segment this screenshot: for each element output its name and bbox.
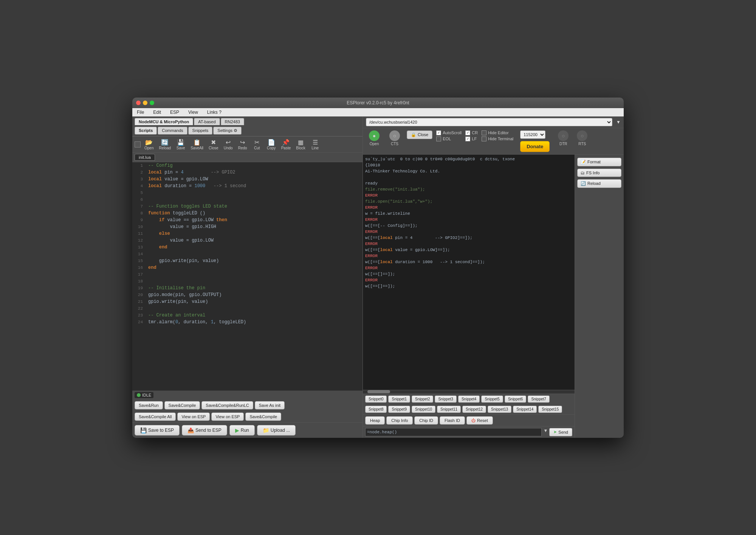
subtab-snippets[interactable]: Snippets (188, 127, 213, 135)
save-compile-runlc-btn[interactable]: Save&Compile&RunLC (201, 401, 253, 409)
snippet13-btn[interactable]: Snippet13 (488, 406, 511, 413)
snippet9-btn[interactable]: Snippet9 (388, 406, 410, 413)
toolbar-open[interactable]: 📂 Open (143, 138, 155, 151)
snippet2-btn[interactable]: Snippet2 (412, 395, 433, 403)
maximize-button[interactable] (150, 101, 154, 105)
toolbar-reload[interactable]: 🔄 Reload (157, 138, 172, 151)
subtab-settings[interactable]: Settings ⚙ (213, 127, 242, 135)
view-on-esp-btn2[interactable]: View on ESP (211, 412, 244, 421)
dtr-btn[interactable]: ○ DTR (555, 130, 572, 146)
snippet3-btn[interactable]: Snippet3 (435, 395, 456, 403)
donate-button[interactable]: Donate (520, 141, 550, 152)
open-port-btn[interactable]: ● Open (366, 130, 383, 146)
save-compile-btn2[interactable]: Save&Compile (245, 412, 281, 421)
command-input[interactable] (365, 428, 542, 436)
hide-editor-check[interactable] (482, 130, 486, 135)
toolbar-saveall[interactable]: 📋 SaveAll (189, 138, 205, 151)
minimize-button[interactable] (143, 101, 147, 105)
toolbar-checkbox[interactable] (135, 141, 141, 147)
terminal-area[interactable]: su`ty_|u`utc 0 to c|00 0 tr0#0 c00gu0dug… (363, 155, 575, 390)
term-line-17: w([==[local duration = 1000 --> 1 second… (365, 259, 572, 265)
cts-btn[interactable]: ○ CTS (386, 130, 403, 146)
view-on-esp-btn1[interactable]: View on ESP (177, 412, 210, 421)
reload-sidebar-btn[interactable]: 🔄 Reload (577, 179, 621, 188)
toolbar-block[interactable]: ▦ Block (294, 138, 307, 151)
eol-checkbox[interactable]: EOL (436, 136, 462, 141)
snippet14-btn[interactable]: Snippet14 (513, 406, 537, 413)
save-compile-all-btn[interactable]: Save&Compile All (135, 412, 176, 421)
save-to-esp-btn[interactable]: 💾 Save to ESP (135, 425, 180, 436)
tab-rn2483[interactable]: RN2483 (221, 118, 244, 125)
snippet10-btn[interactable]: Snippet10 (412, 406, 435, 413)
close-button[interactable] (136, 101, 141, 105)
save-run-btn[interactable]: Save&Run (135, 401, 163, 409)
snippet11-btn[interactable]: Snippet11 (437, 406, 461, 413)
snippet5-btn[interactable]: Snippet5 (481, 395, 503, 403)
port-select[interactable]: /dev/cu.wchusbserial1420 (366, 118, 612, 126)
toolbar-line[interactable]: ☰ Line (309, 138, 321, 151)
cr-checkbox[interactable]: ✓ CR (465, 130, 478, 135)
tab-at-based[interactable]: AT-based (194, 118, 220, 125)
send-button[interactable]: ➤ Send (549, 428, 572, 436)
autoscroll-checkbox[interactable]: ✓ AutoScroll (436, 130, 462, 135)
toolbar-close[interactable]: ✖ Close (207, 138, 220, 151)
code-editor[interactable]: 1 -- Config 2 local pin = 4 --> GPIO2 3 … (132, 162, 363, 391)
toolbar-save[interactable]: 💾 Save (175, 138, 187, 151)
code-line-18: 18 (132, 278, 363, 285)
snippet12-btn[interactable]: Snippet12 (462, 406, 486, 413)
menu-esp[interactable]: ESP (169, 109, 181, 116)
autoscroll-check[interactable]: ✓ (436, 130, 441, 135)
reset-btn[interactable]: ⏻ Reset (466, 416, 493, 425)
toolbar-redo[interactable]: ↪ Redo (237, 138, 249, 151)
snippet7-btn[interactable]: Snippet7 (528, 395, 549, 403)
snippet15-btn[interactable]: Snippet15 (538, 406, 562, 413)
snippet6-btn[interactable]: Snippet6 (505, 395, 526, 403)
horizontal-scrollbar[interactable] (363, 390, 575, 394)
saveall-icon: 📋 (193, 139, 201, 146)
baud-select[interactable]: 115200 (520, 130, 545, 139)
menu-links[interactable]: Links ? (206, 109, 223, 116)
idle-dot (137, 393, 141, 397)
save-as-init-btn[interactable]: Save As init (255, 401, 285, 409)
menu-file[interactable]: File (135, 109, 146, 116)
snippet8-btn[interactable]: Snippet8 (365, 406, 387, 413)
reload-icon: 🔄 (161, 139, 169, 146)
flash-id-btn[interactable]: Flash ID (440, 416, 465, 425)
fs-info-btn[interactable]: 🗂 FS Info (577, 169, 621, 177)
format-btn[interactable]: 📝 Format (577, 158, 621, 166)
hide-terminal-checkbox[interactable]: Hide Terminal (482, 136, 513, 141)
toolbar-undo[interactable]: ↩ Undo (222, 138, 234, 151)
subtab-scripts[interactable]: Scripts (135, 127, 157, 135)
subtab-commands[interactable]: Commands (158, 127, 187, 135)
hide-terminal-check[interactable] (482, 136, 486, 141)
toolbar-paste[interactable]: 📌 Paste (280, 138, 293, 151)
menu-view[interactable]: View (187, 109, 200, 116)
toolbar-copy[interactable]: 📄 Copy (265, 138, 277, 151)
chip-id-btn[interactable]: Chip ID (414, 416, 438, 425)
snippet4-btn[interactable]: Snippet4 (458, 395, 480, 403)
rts-btn[interactable]: ○ RTS (574, 130, 590, 146)
snippet0-btn[interactable]: Snippet0 (365, 395, 387, 403)
tab-nodemcu[interactable]: NodeMCU & MicroPython (135, 118, 193, 125)
save-compile-btn[interactable]: Save&Compile (164, 401, 200, 409)
hide-editor-checkbox[interactable]: Hide Editor (482, 130, 513, 135)
term-line-11: w([==[-- Config]==]); (365, 223, 572, 229)
idle-text: IDLE (142, 393, 151, 397)
send-to-esp-btn[interactable]: 📤 Send to ESP (182, 425, 227, 436)
snippet1-btn[interactable]: Snippet1 (388, 395, 410, 403)
eol-check[interactable] (436, 136, 441, 141)
cr-check[interactable]: ✓ (465, 130, 470, 135)
chip-info-btn[interactable]: Chip Info (386, 416, 413, 425)
upload-btn[interactable]: 📁 Upload ... (257, 425, 296, 436)
run-btn[interactable]: ▶ Run (229, 425, 255, 436)
lf-checkbox[interactable]: ✓ LF (465, 136, 478, 141)
menu-edit[interactable]: Edit (152, 109, 163, 116)
heap-btn[interactable]: Heap (365, 416, 385, 425)
file-tab-init[interactable]: init.lua (135, 154, 155, 161)
main-window: ESPlorer v0.2.0-rc5 by 4refr0nt File Edi… (132, 98, 624, 438)
toolbar-cut[interactable]: ✂ Cut (251, 138, 263, 151)
hscroll-thumb[interactable] (367, 390, 390, 393)
close-port-btn[interactable]: 🔒 Close (407, 130, 432, 139)
lf-check[interactable]: ✓ (465, 136, 470, 141)
close-box[interactable]: 🔒 Close (407, 130, 432, 139)
